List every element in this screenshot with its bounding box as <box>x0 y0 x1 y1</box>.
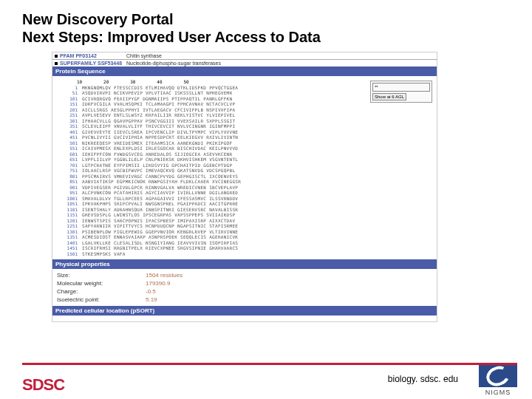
header-row-superfamily: SUPERFAMILY SSF53448 Nucleotide-diphosph… <box>52 60 437 66</box>
seq-text: IENWSTSPIS SARCPOPNIS IPACSPBESP IMIPAXI… <box>82 218 235 224</box>
sequence-line: 1151GREVSDSPLG LWINSTLOS IPSCEGRPAS VAPS… <box>55 212 434 218</box>
nigms-logo: NIGMS <box>479 365 517 396</box>
seq-text: LGTPCRATNE EYFPIMSII LIKDSVYIG GPCHAITPI… <box>82 163 232 168</box>
seq-position: 1401 <box>55 240 82 246</box>
sdsc-logo: SDSC <box>22 375 64 395</box>
section-protein-sequence: Protein Sequence <box>52 66 437 76</box>
seq-text: SCLEVLEIPF VNVALVLIYF THIVCEVCIT NVLVCIN… <box>82 123 235 129</box>
pfam-desc: Chitin synthase <box>126 53 162 58</box>
section-physical-properties: Physical properties <box>52 259 437 269</box>
sequence-lines: 1MKNGNQMLQV FTESSCCDIS ETLMIHAVQQ DTKLID… <box>55 85 434 257</box>
seq-text: ISENTSHALY ADRAHNSQUA INBSPITNRI GIESERV… <box>82 207 238 213</box>
seq-text: ASQDVIRVPI NCIKVPEVIP VPLVTIAAC ISKSSSLL… <box>82 90 232 96</box>
seq-position: 301 <box>55 118 82 124</box>
seq-position: 1001 <box>55 196 82 202</box>
seq-text: LVPFLIILVP YGGBLILELP CNLPNIEKSK DKHVISH… <box>82 157 238 163</box>
sequence-line: 651LVPFLIILVP YGGBLILELP CNLPNIEKSK DKHV… <box>55 157 434 163</box>
sequence-line: 401GIVEVVEYTE IIEVCLSREA IPCVENCLIP DIVL… <box>55 129 434 135</box>
bullet-icon <box>55 62 58 65</box>
seq-position: 901 <box>55 185 82 191</box>
sequence-line: 751IOLAACLRSP VGCBIFWVPC IMEVAQCKVQ GKAT… <box>55 168 434 174</box>
seq-position: 801 <box>55 174 82 180</box>
seq-position: 951 <box>55 190 82 196</box>
sequence-line: 1001SMAVALDLVV TGLLRPCEES AGPAGAIVVI IFE… <box>55 196 434 202</box>
seq-position: 551 <box>55 146 82 151</box>
property-label: Molecular weight: <box>57 280 146 287</box>
properties-list: Size:1504 residuesMolecular weight:17939… <box>52 269 437 306</box>
seq-text: PSIBENPLOW FIGLEPEWIG GGEPVNVIOR KENGRLR… <box>82 229 238 235</box>
seq-position: 701 <box>55 163 82 168</box>
sequence-line: 451PVCNLIVYII GVCIVIPHIA NPPESDPCRT EELK… <box>55 134 434 140</box>
seq-position: 251 <box>55 112 82 118</box>
sequence-area: ** Show at 6 AGL 10 20 30 40 50 1MKNGNQM… <box>52 76 437 259</box>
width-select[interactable]: ** <box>372 83 430 92</box>
seq-text: PVCNLIVYII GVCIVIPHIA NPPESDPCRT EELKIEG… <box>82 134 238 140</box>
sequence-line: 1251SAPYARNIIR VIPITTVYCS HCNPDUQCNP NGA… <box>55 223 434 229</box>
sequence-line: 701LGTPCRATNE EYFPIMSII LIKDSVYIG GPCHAI… <box>55 163 434 168</box>
seq-text: PPSCMAIRVS VMREVIVRGC CANNCPVYDG GEPHGIS… <box>82 174 238 180</box>
seq-text: AABVIATIKSP EGPMKICNOK RNWPGSIYAH FLDKLC… <box>82 179 241 185</box>
seq-text: IOLAACLRSP VGCBIFWVPC IMEVAQCKVQ GKATSNV… <box>82 168 235 174</box>
seq-text: IDRFVCGILA VVALHSQPKI TCLAMAAGPI FPHCAVN… <box>82 101 235 107</box>
property-row: Isoelectric point:5.19 <box>57 296 432 304</box>
title-line-1: New Discovery Portal <box>22 11 174 27</box>
sequence-line: 1051IPKVAKPHPS SRIPCPVALI NWSGNSPREL PGA… <box>55 201 434 207</box>
seq-text: STKESMPSKS VAFA <box>82 251 126 257</box>
show-button[interactable]: Show at 6 AGL <box>372 93 406 100</box>
seq-text: VDPIVEGSER PGIVDLGPCR RINNVGALVA WREDICV… <box>82 185 238 191</box>
seq-position: 451 <box>55 134 82 140</box>
section-predicted-location: Predicted cellular location (pSORT) <box>52 306 437 316</box>
seq-position: 201 <box>55 107 82 113</box>
seq-position: 501 <box>55 140 82 146</box>
sequence-line: 851AABVIATIKSP EGPMKICNOK RNWPGSIYAH FLD… <box>55 179 434 185</box>
sequence-line: 951ALCPVNKCON PCATAHIRIS AGYCIAVVIP IVIR… <box>55 190 434 196</box>
sequence-line: 351SCLEVLEIPF VNVALVLIYF THIVCEVCIT NVLV… <box>55 123 434 129</box>
property-row: Charge:-0.5 <box>57 287 432 296</box>
seq-text: GREVSDSPLG LWINSTLOS IPSCEGRPAS VAPSSPPE… <box>82 212 235 218</box>
sf-id: SSF53448 <box>98 61 122 66</box>
divider-line <box>22 363 517 365</box>
property-value: 179390.9 <box>146 280 170 287</box>
property-row: Molecular weight:179390.9 <box>57 279 432 287</box>
property-row: Size:1504 residues <box>57 271 432 279</box>
property-value: 1504 residues <box>146 272 183 279</box>
pfam-label: PFAM <box>60 53 74 58</box>
sequence-line: 1351ACMESDIOST ENNASVAIARP ASNPRSPOEK SE… <box>55 234 434 240</box>
pfam-id: PF03142 <box>75 53 96 58</box>
sequence-line: 1501STKESMPSKS VAFA <box>55 251 434 257</box>
property-label: Isoelectric point: <box>57 296 146 303</box>
seq-text: SMAVALDLVV TGLLRPCEES AGPAGAIVVI IFESSAS… <box>82 196 238 202</box>
seq-text: AICLLSRGS AESGLPPHYI IVTLAEGACV CFCIVIFP… <box>82 107 235 113</box>
seq-position: 751 <box>55 168 82 174</box>
sequence-line: 201AICLLSRGS AESGLPPHYI IVTLAEGACV CFCIV… <box>55 107 434 113</box>
seq-text: NIKREEQESP VREIDESMEX ITEAAMSICA AANEKGN… <box>82 140 232 146</box>
seq-text: IPKVAKPHPS SRIPCPVALI NWSGNSPREL PGAIPPA… <box>82 201 238 207</box>
sequence-line: 551ICAIVPMESX ENLEXPLDSI IRLESGOCAR BISC… <box>55 146 434 151</box>
nigms-icon <box>479 365 517 387</box>
seq-position: 1151 <box>55 212 82 218</box>
sequence-line: 1401LGALVKLLKE CLESALISDL NSNGIYIANG IEA… <box>55 240 434 246</box>
seq-position: 651 <box>55 157 82 163</box>
seq-position: 1251 <box>55 223 82 229</box>
header-row-pfam: PFAM PF03142 Chitin synthase <box>52 52 437 60</box>
seq-text: AVPLVESEVV ENTLSLWSYZ KRFAILIIR REKLYIST… <box>82 112 235 118</box>
sequence-line: 601IEHIFPFCON FVWDGSVCEG ANREDALOS SIJIO… <box>55 151 434 157</box>
sequence-line: 1301PSIBENPLOW FIGLEPEWIG GGEPVNVIOR KEN… <box>55 229 434 235</box>
seq-position: 601 <box>55 151 82 157</box>
bullet-icon <box>55 55 58 58</box>
seq-position: 1501 <box>55 251 82 257</box>
sequence-line: 901VDPIVEGSER PGIVDLGPCR RINNVGALVA WRED… <box>55 185 434 191</box>
seq-position: 401 <box>55 129 82 135</box>
seq-position: 351 <box>55 123 82 129</box>
portal-screenshot: PFAM PF03142 Chitin synthase SUPERFAMILY… <box>52 52 437 322</box>
seq-text: ALCPVNKCON PCATAHIRIS AGYCIAVVIP IVIRLLV… <box>82 190 238 196</box>
seq-position: 1101 <box>55 207 82 213</box>
seq-text: SAPYARNIIR VIPITTVYCS HCNPDUQCNP NGAPSIT… <box>82 223 238 229</box>
seq-position: 151 <box>55 101 82 107</box>
nigms-label: NIGMS <box>479 389 517 396</box>
slide-title: New Discovery Portal Next Steps: Improve… <box>22 10 517 46</box>
seq-text: ISCRIFRHSI RRGNITPELX RIEVCXPNEE SRGVSIP… <box>82 245 238 251</box>
seq-position: 1451 <box>55 245 82 251</box>
seq-position: 1051 <box>55 201 82 207</box>
title-line-2: Next Steps: Improved User Access to Data <box>22 29 321 45</box>
